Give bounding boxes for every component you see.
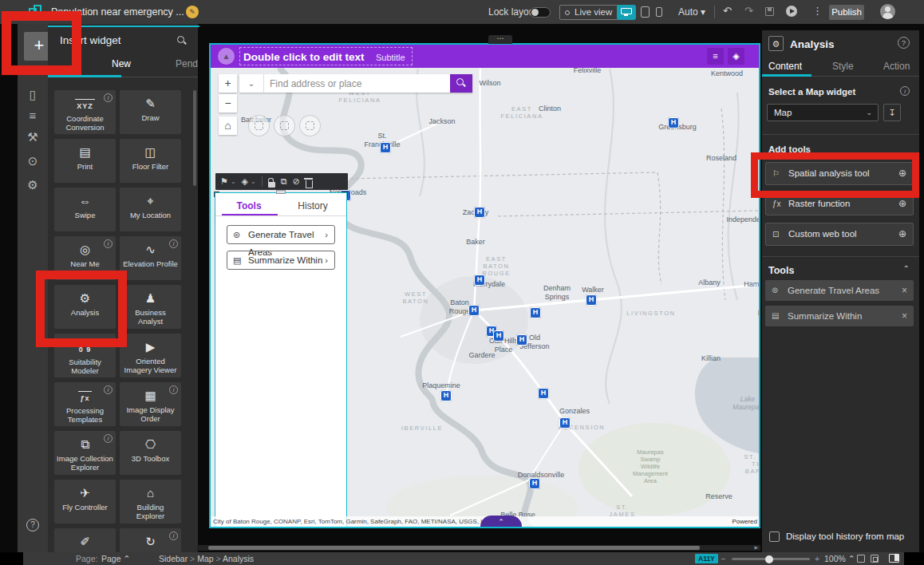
toggle-panel-icon[interactable]	[889, 554, 899, 563]
widget-card-coordinate-conversion[interactable]: XYZCoordinate Conversioni	[54, 90, 116, 134]
hospital-marker[interactable]: H	[559, 417, 571, 429]
zoom-in-small-icon[interactable]: +	[815, 554, 819, 563]
widget-panel-scrollbar[interactable]	[193, 90, 196, 186]
widget-search-icon[interactable]	[177, 36, 187, 45]
map-widget-select[interactable]: Map⌄	[767, 104, 879, 121]
page-dropdown[interactable]: Page ⌃	[101, 554, 130, 563]
unlock-icon[interactable]	[268, 182, 275, 188]
custom-web-tool-button[interactable]: ⊡Custom web tool⊕	[765, 223, 914, 246]
canvas-zoom-slider[interactable]	[732, 558, 810, 560]
info-icon[interactable]: i	[169, 531, 178, 540]
legend-icon[interactable]: ≡	[707, 48, 724, 65]
layout-flag-icon[interactable]: ⚑	[220, 173, 228, 190]
hospital-marker[interactable]: H	[538, 388, 549, 399]
zoom-in-button[interactable]: +	[219, 74, 237, 93]
generate-travel-areas-chip[interactable]: ⊚Generate Travel Areas×	[765, 280, 914, 301]
hospital-marker[interactable]: H	[530, 307, 541, 318]
hospital-marker[interactable]: H	[668, 117, 679, 128]
widget-card-oriented-imagery-viewer[interactable]: ▶Oriented Imagery Viewer	[120, 334, 181, 377]
hospital-marker[interactable]: H	[493, 330, 504, 342]
save-icon[interactable]	[765, 7, 774, 16]
info-icon[interactable]: i	[104, 385, 113, 394]
widget-card-my-location[interactable]: ⌖My Location	[120, 188, 181, 231]
hospital-marker[interactable]: H	[474, 207, 485, 218]
fit-screen-icon[interactable]	[871, 555, 879, 563]
collapse-icon[interactable]: ⌃	[903, 264, 910, 273]
tab-content[interactable]: Content	[768, 61, 802, 72]
more-options-icon[interactable]: ⋮	[812, 5, 823, 17]
search-source-dropdown[interactable]: ⌄	[239, 74, 264, 93]
slider-handle[interactable]	[765, 555, 773, 563]
search-input[interactable]	[265, 74, 450, 93]
widget-card-floor-filter[interactable]: ◫Floor Filter	[120, 139, 181, 183]
info-icon[interactable]: i	[169, 239, 178, 248]
lock-layout-toggle[interactable]	[530, 7, 551, 18]
widget-card-building-explorer[interactable]: ⌂Building Explorer	[120, 480, 181, 524]
tab-action[interactable]: Action	[883, 61, 910, 72]
widget-card-3d-toolbox[interactable]: ⎔3D Toolbox	[120, 431, 181, 475]
desktop-mode-button[interactable]	[617, 5, 636, 20]
info-icon[interactable]: i	[104, 434, 113, 443]
layers-icon[interactable]: ◈	[242, 173, 248, 190]
info-icon[interactable]: i	[900, 86, 910, 96]
widget-card-image-collection-explorer[interactable]: ⧉Image Collection Exploreri	[54, 431, 116, 475]
hospital-marker[interactable]: H	[516, 334, 527, 346]
expand-panel-button[interactable]: ⌃	[480, 516, 522, 527]
live-view-button[interactable]: Live view	[559, 5, 619, 20]
header-image-icon[interactable]: ▲	[218, 48, 235, 65]
edit-title-icon[interactable]: ✎	[186, 6, 199, 18]
hospital-marker[interactable]: H	[474, 275, 485, 286]
search-button[interactable]	[450, 74, 472, 93]
widget-card-business-analyst[interactable]: ♟Business Analyst	[120, 285, 181, 329]
resize-handle[interactable]	[276, 190, 286, 194]
add-icon[interactable]: ⊕	[898, 223, 906, 245]
remove-template-icon[interactable]: ⊘	[293, 173, 300, 190]
map-widget[interactable]: FelixvilleKentwoodWilsonClintonJacksonGr…	[209, 43, 760, 528]
help-icon[interactable]: ?	[898, 37, 910, 49]
duplicate-icon[interactable]: ⧉	[281, 173, 287, 190]
publish-button[interactable]: Publish	[829, 5, 864, 20]
layers-icon[interactable]: ◈	[728, 48, 744, 65]
widget-card-widget[interactable]: ✐	[54, 528, 116, 552]
summarize-within-chip[interactable]: ▤Summarize Within×	[765, 306, 914, 326]
widget-card-fly-controller[interactable]: ✈Fly Controller	[54, 480, 116, 524]
summarize-within-button[interactable]: ▤Summarize Within›	[227, 251, 335, 270]
header-text-block[interactable]: Double click to edit text Subtitle	[239, 47, 413, 65]
hospital-marker[interactable]: H	[440, 390, 452, 401]
info-icon[interactable]: i	[169, 385, 178, 394]
phone-mode-button[interactable]	[656, 7, 662, 17]
breadcrumb-item-map[interactable]: Map	[197, 554, 213, 563]
tab-tools[interactable]: Tools	[236, 200, 261, 211]
widget-card-draw[interactable]: ✎Draw	[120, 90, 181, 134]
tablet-mode-button[interactable]	[641, 6, 650, 18]
hospital-marker[interactable]: H	[586, 294, 597, 306]
home-button[interactable]: ⌂	[219, 117, 237, 135]
generate-travel-areas-button[interactable]: ⊚Generate Travel Areas›	[227, 225, 335, 244]
breadcrumb-item-sidebar[interactable]: Sidebar	[159, 554, 188, 563]
widget-card-processing-templates[interactable]: ƒxProcessing Templatesi	[54, 382, 116, 426]
data-icon[interactable]: ≡	[20, 104, 45, 128]
user-avatar[interactable]	[880, 4, 895, 19]
widget-card-print[interactable]: ▤Print	[54, 139, 116, 183]
hospital-marker[interactable]: H	[529, 478, 540, 489]
zoom-out-button[interactable]: −	[219, 94, 237, 113]
a11y-badge[interactable]: A11Y	[695, 554, 718, 563]
widget-card-elevation-profile[interactable]: ∿Elevation Profilei	[120, 236, 181, 280]
zoom-level[interactable]: 100% ⌃	[824, 554, 855, 563]
tab-style[interactable]: Style	[832, 61, 854, 72]
widget-card-swipe[interactable]: ⇔Swipe	[54, 188, 116, 231]
canvas-horizontal-scrollbar[interactable]: ▶	[197, 545, 760, 551]
widget-card-image-display-order[interactable]: ▦Image Display Orderi	[120, 382, 181, 426]
tools-icon[interactable]: ⚒	[20, 125, 45, 149]
redo-icon[interactable]: ↷	[744, 5, 753, 17]
fit-width-icon[interactable]	[857, 555, 865, 563]
help-icon[interactable]: ?	[26, 519, 39, 531]
hospital-marker[interactable]: H	[380, 142, 391, 153]
info-icon[interactable]: i	[104, 239, 113, 248]
breadcrumb-item-analysis[interactable]: Analysis	[223, 554, 254, 563]
zoom-out-small-icon[interactable]: −	[721, 554, 725, 563]
tab-new[interactable]: New	[112, 58, 131, 69]
widget-card-widget[interactable]: ↻i	[120, 528, 181, 552]
tab-pending[interactable]: Pending	[176, 58, 198, 69]
theme-icon[interactable]: ⊙	[20, 149, 45, 173]
